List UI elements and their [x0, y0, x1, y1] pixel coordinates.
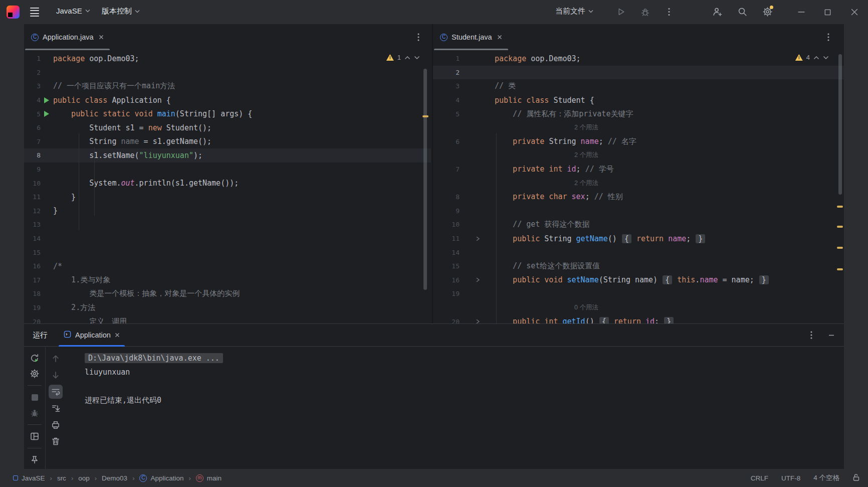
code-line[interactable]: 6 Student s1 = new Student();	[24, 121, 431, 135]
more-kebab-icon[interactable]	[806, 330, 817, 341]
code-line[interactable]: 14	[433, 245, 844, 259]
debug-icon[interactable]	[639, 6, 650, 17]
warning-stripe-mark[interactable]	[837, 247, 843, 249]
console-output[interactable]: D:\Java\jdk8\bin\java.exe ...liuyunxuan进…	[65, 347, 844, 469]
run-config-widget[interactable]: 当前文件	[555, 7, 593, 16]
code-line[interactable]: 12}	[24, 204, 431, 218]
run-line-icon[interactable]	[44, 111, 49, 117]
chevron-up-icon[interactable]	[813, 56, 819, 60]
chevron-down-icon[interactable]	[414, 56, 420, 60]
line-ending-widget[interactable]: CRLF	[751, 474, 768, 482]
collaborate-icon[interactable]	[712, 6, 723, 17]
layout-icon[interactable]	[28, 430, 42, 443]
run-icon[interactable]	[615, 6, 626, 17]
code-line[interactable]: 11 }	[24, 190, 431, 204]
warning-stripe-mark[interactable]	[422, 115, 428, 117]
vcs-widget[interactable]: 版本控制	[102, 7, 140, 16]
code-line[interactable]: 8 s1.setName("liuyunxuan");	[24, 148, 431, 163]
warning-stripe-mark[interactable]	[837, 268, 843, 270]
indent-widget[interactable]: 4 个空格	[813, 473, 839, 482]
chevron-down-icon[interactable]	[823, 56, 829, 60]
code-line[interactable]: 16/*	[24, 259, 431, 273]
code-line[interactable]: 1package oop.Demo03;	[24, 52, 431, 66]
tab-application-java[interactable]: C Application.java	[25, 24, 110, 50]
settings-icon[interactable]	[762, 6, 773, 17]
usage-hint[interactable]: 2 个用法	[495, 123, 598, 132]
code-line[interactable]: 4public class Application {	[24, 93, 431, 107]
usage-hint-line[interactable]: 2 个用法	[433, 176, 844, 190]
code-line[interactable]: 8 private char sex; // 性别	[433, 190, 844, 204]
hide-panel-icon[interactable]	[826, 330, 837, 341]
dump-threads-icon[interactable]	[28, 406, 42, 419]
run-settings-icon[interactable]	[28, 367, 42, 380]
rerun-icon[interactable]	[28, 352, 42, 365]
code-line[interactable]: 7 String name = s1.getName();	[24, 135, 431, 149]
breadcrumb-item-javase[interactable]: JavaSE	[13, 474, 45, 482]
usage-hint-line[interactable]: 2 个用法	[433, 121, 844, 135]
code-line[interactable]: 19	[433, 287, 844, 301]
usage-hint[interactable]: 0 个用法	[495, 303, 598, 312]
warning-stripe-mark[interactable]	[837, 226, 843, 228]
breadcrumb-item-application[interactable]: CApplication	[139, 474, 183, 482]
code-line[interactable]: 2	[24, 66, 431, 80]
clear-icon[interactable]	[49, 434, 63, 448]
tab-options-kebab-icon[interactable]	[413, 32, 424, 43]
unlock-icon[interactable]	[852, 473, 860, 483]
code-line[interactable]: 17 1.类与对象	[24, 273, 431, 287]
code-line[interactable]: 19 2.方法	[24, 301, 431, 315]
main-menu-icon[interactable]	[30, 8, 39, 17]
arrow-down-icon[interactable]	[49, 368, 63, 382]
code-line[interactable]: 18 类是一个模板：抽象，对象是一个具体的实例	[24, 287, 431, 301]
print-icon[interactable]	[49, 418, 63, 432]
search-icon[interactable]	[737, 6, 748, 17]
breadcrumb-item-demo03[interactable]: Demo03	[102, 474, 127, 482]
code-line[interactable]: 11 public String getName() { return name…	[433, 232, 844, 246]
tab-student-java[interactable]: C Student.java	[434, 24, 508, 50]
run-tab-application[interactable]: Application	[59, 324, 125, 346]
usage-hint[interactable]: 2 个用法	[495, 151, 598, 159]
code-line[interactable]: 2	[433, 66, 844, 80]
code-line[interactable]: 15 // set给这个数据设置值	[433, 259, 844, 273]
code-line[interactable]: 15	[24, 245, 431, 259]
fold-arrow-icon[interactable]	[476, 277, 480, 282]
code-line[interactable]: 9	[433, 204, 844, 218]
code-line[interactable]: 16 public void setName(String name) { th…	[433, 273, 844, 287]
editor-right[interactable]: 1package oop.Demo03;23// 类4public class …	[433, 50, 844, 323]
arrow-up-icon[interactable]	[49, 352, 63, 366]
code-line[interactable]: 1package oop.Demo03;	[433, 52, 844, 66]
usage-hint-line[interactable]: 2 个用法	[433, 148, 844, 163]
close-icon[interactable]	[99, 35, 104, 40]
code-line[interactable]: 20 public int getId() { return id; }	[433, 314, 844, 323]
scrollbar-thumb[interactable]	[838, 54, 842, 195]
minimize-icon[interactable]	[788, 0, 814, 24]
code-line[interactable]: 10 // get 获得这个数据	[433, 218, 844, 232]
code-line[interactable]: 5 public static void main(String[] args)…	[24, 107, 431, 121]
close-icon[interactable]	[497, 35, 502, 40]
stop-icon[interactable]	[28, 391, 42, 404]
console-command[interactable]: D:\Java\jdk8\bin\java.exe ...	[85, 353, 223, 363]
pin-icon[interactable]	[28, 453, 42, 466]
tab-options-kebab-icon[interactable]	[823, 32, 834, 43]
breadcrumb-item-oop[interactable]: oop	[78, 474, 90, 482]
inspections-widget[interactable]: 1	[386, 54, 420, 61]
code-line[interactable]: 5 // 属性私有：添加private关键字	[433, 107, 844, 121]
usage-hint[interactable]: 2 个用法	[495, 179, 598, 188]
usage-hint-line[interactable]: 0 个用法	[433, 301, 844, 315]
breadcrumb-item-main[interactable]: mmain	[196, 474, 222, 482]
editor-left[interactable]: 1package oop.Demo03;23// 一个项目应该只有一个main方…	[24, 50, 431, 323]
fold-arrow-icon[interactable]	[476, 319, 480, 323]
code-line[interactable]: 3// 类	[433, 79, 844, 93]
code-line[interactable]: 6 private String name; // 名字	[433, 135, 844, 149]
encoding-widget[interactable]: UTF-8	[781, 474, 800, 482]
close-icon[interactable]	[115, 331, 120, 340]
scroll-end-icon[interactable]	[49, 401, 63, 415]
inspections-widget[interactable]: 4	[795, 54, 829, 61]
project-widget[interactable]: JavaSE	[56, 7, 90, 15]
soft-wrap-icon[interactable]	[49, 385, 63, 399]
code-line[interactable]: 14	[24, 232, 431, 246]
scrollbar-thumb[interactable]	[423, 69, 427, 290]
code-line[interactable]: 4public class Student {	[433, 93, 844, 107]
code-line[interactable]: 3// 一个项目应该只有一个main方法	[24, 79, 431, 93]
breadcrumb-item-src[interactable]: src	[57, 474, 66, 482]
code-line[interactable]: 7 private int id; // 学号	[433, 163, 844, 177]
